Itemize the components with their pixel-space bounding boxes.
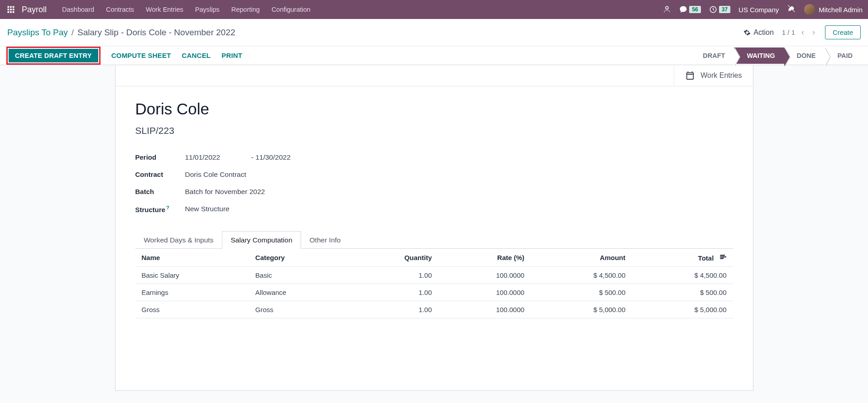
pager-next-icon[interactable]: › xyxy=(810,27,817,38)
nav-reporting[interactable]: Reporting xyxy=(226,2,265,17)
user-menu[interactable]: Mitchell Admin xyxy=(804,4,863,15)
record-number: SLIP/223 xyxy=(135,125,733,136)
nav-dashboard[interactable]: Dashboard xyxy=(57,2,100,17)
activities-icon[interactable]: 37 xyxy=(709,5,730,14)
tab-worked-days[interactable]: Worked Days & Inputs xyxy=(135,231,222,249)
company-switcher[interactable]: US Company xyxy=(739,6,779,14)
col-category[interactable]: Category xyxy=(249,249,347,267)
activities-badge: 37 xyxy=(719,6,730,13)
pager: 1 / 1 ‹ › xyxy=(782,27,817,38)
svg-point-9 xyxy=(666,6,668,9)
calendar-icon xyxy=(685,71,695,81)
breadcrumb-parent[interactable]: Payslips To Pay xyxy=(7,28,68,38)
columns-adjust-icon[interactable] xyxy=(719,254,727,262)
pager-count[interactable]: 1 / 1 xyxy=(782,28,795,36)
table-header-row: Name Category Quantity Rate (%) Amount T… xyxy=(135,249,733,267)
record-title: Doris Cole xyxy=(135,100,733,118)
work-entries-label: Work Entries xyxy=(700,71,742,80)
col-total[interactable]: Total xyxy=(632,249,733,267)
svg-rect-3 xyxy=(8,9,10,10)
batch-label: Batch xyxy=(135,183,185,200)
action-dropdown[interactable]: Action xyxy=(743,28,773,37)
print-button[interactable]: PRINT xyxy=(221,52,242,59)
apps-icon[interactable] xyxy=(5,4,16,15)
user-name: Mitchell Admin xyxy=(819,6,863,14)
compute-sheet-button[interactable]: COMPUTE SHEET xyxy=(111,52,171,59)
tab-other-info[interactable]: Other Info xyxy=(301,231,350,249)
button-box: Work Entries xyxy=(115,65,753,86)
breadcrumb: Payslips To Pay / Salary Slip - Doris Co… xyxy=(7,28,235,38)
svg-rect-8 xyxy=(13,11,14,13)
app-name[interactable]: Payroll xyxy=(22,5,47,14)
nav-contracts[interactable]: Contracts xyxy=(101,2,139,17)
top-nav: Payroll Dashboard Contracts Work Entries… xyxy=(0,0,868,19)
period-label: Period xyxy=(135,149,185,166)
svg-rect-1 xyxy=(10,6,12,8)
notebook-tabs: Worked Days & Inputs Salary Computation … xyxy=(135,231,733,249)
avatar xyxy=(804,4,815,15)
svg-rect-0 xyxy=(8,6,10,8)
period-from: 11/01/2022 xyxy=(185,153,221,161)
nav-work-entries[interactable]: Work Entries xyxy=(140,2,189,17)
col-amount[interactable]: Amount xyxy=(531,249,632,267)
svg-rect-5 xyxy=(13,9,14,10)
table-body: Basic Salary Basic 1.00 100.0000 $ 4,500… xyxy=(135,267,733,318)
table-row[interactable]: Basic Salary Basic 1.00 100.0000 $ 4,500… xyxy=(135,267,733,284)
col-quantity[interactable]: Quantity xyxy=(347,249,438,267)
tab-salary-computation[interactable]: Salary Computation xyxy=(222,231,301,249)
svg-rect-4 xyxy=(10,9,12,10)
table-row[interactable]: Gross Gross 1.00 100.0000 $ 5,000.00 $ 5… xyxy=(135,301,733,318)
period-to: 11/30/2022 xyxy=(255,153,291,161)
nav-right: 56 37 US Company Mitchell Admin xyxy=(663,4,863,15)
action-bar: CREATE DRAFT ENTRY COMPUTE SHEET CANCEL … xyxy=(0,46,868,65)
field-group: Period 11/01/2022 - 11/30/2022 Contract … xyxy=(135,149,464,218)
period-sep: - xyxy=(251,153,254,161)
pager-prev-icon[interactable]: ‹ xyxy=(800,27,806,38)
col-rate[interactable]: Rate (%) xyxy=(438,249,531,267)
batch-value: Batch for November 2022 xyxy=(185,183,464,200)
svg-rect-6 xyxy=(8,11,10,13)
contract-label: Contract xyxy=(135,166,185,183)
status-draft[interactable]: DRAFT xyxy=(690,47,734,64)
cancel-button[interactable]: CANCEL xyxy=(182,52,211,59)
status-bar: DRAFT WAITING DONE PAID xyxy=(690,47,862,64)
form-sheet: Work Entries Doris Cole SLIP/223 Period … xyxy=(115,65,753,391)
svg-rect-7 xyxy=(10,11,12,13)
messages-icon[interactable]: 56 xyxy=(679,5,700,14)
create-button[interactable]: Create xyxy=(825,25,861,39)
nav-payslips[interactable]: Payslips xyxy=(190,2,225,17)
nav-menu: Dashboard Contracts Work Entries Payslip… xyxy=(57,2,316,17)
svg-rect-2 xyxy=(13,6,14,8)
debug-icon[interactable] xyxy=(787,5,796,14)
salary-table: Name Category Quantity Rate (%) Amount T… xyxy=(135,249,733,318)
table-row[interactable]: Earnings Allowance 1.00 100.0000 $ 500.0… xyxy=(135,284,733,301)
breadcrumb-current: Salary Slip - Doris Cole - November 2022 xyxy=(77,28,235,38)
contract-value: Doris Cole Contract xyxy=(185,166,464,183)
status-waiting[interactable]: WAITING xyxy=(734,47,784,64)
highlight-frame: CREATE DRAFT ENTRY xyxy=(6,47,101,65)
support-icon[interactable] xyxy=(663,5,671,14)
work-entries-stat-button[interactable]: Work Entries xyxy=(674,65,753,86)
breadcrumb-sep: / xyxy=(72,28,74,38)
nav-configuration[interactable]: Configuration xyxy=(266,2,316,17)
col-name[interactable]: Name xyxy=(135,249,249,267)
content-area[interactable]: Work Entries Doris Cole SLIP/223 Period … xyxy=(0,65,868,403)
help-icon[interactable]: ? xyxy=(166,205,169,210)
gear-icon xyxy=(743,29,751,36)
structure-label: Structure xyxy=(135,206,166,213)
messages-badge: 56 xyxy=(689,6,700,13)
breadcrumb-bar: Payslips To Pay / Salary Slip - Doris Co… xyxy=(0,19,868,46)
structure-value: New Structure xyxy=(185,200,464,218)
create-draft-entry-button[interactable]: CREATE DRAFT ENTRY xyxy=(9,49,98,62)
